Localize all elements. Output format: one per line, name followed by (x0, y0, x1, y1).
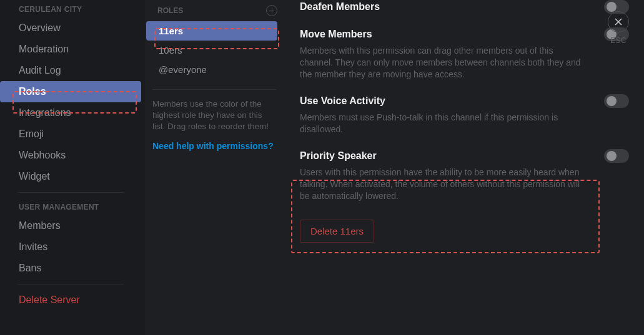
permission-desc: Members with this permission can drag ot… (300, 45, 581, 80)
permission-desc: Members must use Push-to-talk in this ch… (300, 112, 581, 135)
sidebar-item-webhooks[interactable]: Webhooks (0, 145, 141, 166)
toggle-priority-speaker[interactable] (604, 149, 629, 163)
sidebar-item-emoji[interactable]: Emoji (0, 124, 141, 145)
permission-title: Move Members (300, 28, 372, 41)
permission-title: Priority Speaker (300, 150, 377, 162)
permission-priority-speaker: Priority Speaker Users with this permiss… (300, 149, 629, 216)
sidebar-item-moderation[interactable]: Moderation (0, 39, 141, 60)
divider (152, 89, 276, 90)
roles-heading: ROLES (157, 6, 183, 15)
server-name-heading: CERULEAN CITY (0, 0, 141, 17)
divider (17, 192, 124, 193)
permission-desc: Users with this permission have the abil… (300, 167, 581, 202)
sidebar-item-bans[interactable]: Bans (0, 258, 141, 279)
permissions-help-link[interactable]: Need help with permissions? (145, 132, 281, 151)
permission-deafen-members: Deafen Members (300, 0, 629, 27)
sidebar-item-widget[interactable]: Widget (0, 166, 141, 187)
sidebar-item-invites[interactable]: Invites (0, 236, 141, 258)
toggle-use-voice-activity[interactable] (604, 94, 629, 108)
divider (17, 284, 124, 284)
close-button[interactable] (608, 11, 629, 32)
permission-use-voice-activity: Use Voice Activity Members must use Push… (300, 94, 629, 149)
sidebar-item-members[interactable]: Members (0, 215, 141, 236)
roles-hint-text: Members use the color of the highest rol… (145, 99, 281, 132)
permission-move-members: Move Members Members with this permissio… (300, 27, 629, 94)
close-region: ESC (608, 11, 629, 45)
permissions-panel: Deafen Members Move Members Members with… (289, 0, 644, 335)
role-item-11ers[interactable]: 11ers (146, 21, 277, 41)
sidebar-item-overview[interactable]: Overview (0, 17, 141, 39)
sidebar-item-integrations[interactable]: Integrations (0, 102, 141, 124)
role-item-everyone[interactable]: @everyone (146, 60, 277, 79)
close-icon (614, 17, 623, 26)
settings-sidebar: CERULEAN CITY Overview Moderation Audit … (0, 0, 145, 335)
permission-title: Use Voice Activity (300, 95, 385, 107)
sidebar-item-audit-log[interactable]: Audit Log (0, 60, 141, 81)
role-item-10ers[interactable]: 10ers (146, 41, 277, 60)
sidebar-item-roles[interactable]: Roles (0, 81, 141, 102)
delete-server-button[interactable]: Delete Server (0, 289, 141, 311)
user-management-heading: USER MANAGEMENT (0, 198, 141, 215)
esc-label: ESC (608, 36, 629, 45)
permission-title: Deafen Members (300, 1, 380, 13)
add-role-icon[interactable] (266, 5, 277, 16)
roles-list-column: ROLES 11ers 10ers @everyone Members use … (145, 0, 289, 335)
delete-role-button[interactable]: Delete 11ers (300, 220, 374, 243)
